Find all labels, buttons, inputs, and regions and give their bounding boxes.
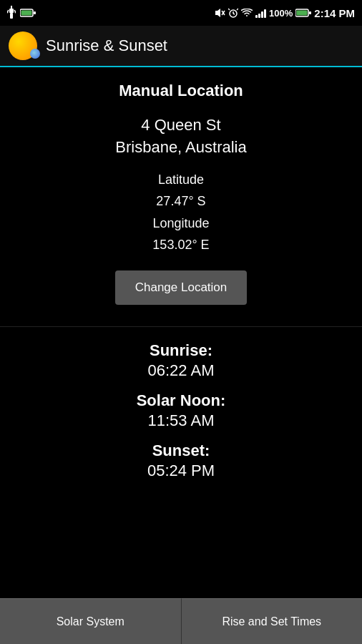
usb-icon <box>7 6 16 20</box>
battery-percent: 100% <box>269 8 293 19</box>
signal-bars <box>255 8 266 18</box>
alarm-icon <box>228 8 238 18</box>
solar-noon-label: Solar Noon: <box>137 391 226 410</box>
sunrise-value: 06:22 AM <box>148 361 215 380</box>
bottom-tabs: Solar System Rise and Set Times <box>0 598 362 644</box>
divider <box>0 326 362 327</box>
sunset-value: 05:24 PM <box>147 462 215 480</box>
main-content: Manual Location 4 Queen St Brisbane, Aus… <box>0 67 362 504</box>
lat-label: Latitude <box>158 172 204 187</box>
solar-noon-value: 11:53 AM <box>148 411 215 430</box>
svg-rect-8 <box>21 11 32 16</box>
rise-set-times-tab[interactable]: Rise and Set Times <box>182 598 363 644</box>
lat-value: 27.47° S <box>156 194 205 208</box>
svg-line-16 <box>228 9 230 10</box>
status-time: 2:14 PM <box>314 7 355 19</box>
location-address: 4 Queen St Brisbane, Australia <box>115 114 246 159</box>
solar-system-tab[interactable]: Solar System <box>0 598 182 644</box>
status-left-icons <box>7 6 36 20</box>
sun-times-section: Sunrise: 06:22 AM Solar Noon: 11:53 AM S… <box>0 341 362 490</box>
app-icon <box>9 31 37 60</box>
svg-line-17 <box>237 9 238 10</box>
svg-rect-1 <box>9 9 14 13</box>
section-title: Manual Location <box>119 82 243 100</box>
status-right-icons: 100% 2:14 PM <box>214 7 355 19</box>
mute-icon <box>214 8 225 18</box>
address-line1: 4 Queen St <box>141 116 220 134</box>
app-header: Sunrise & Sunset <box>0 26 362 67</box>
wifi-icon <box>241 9 253 17</box>
status-bar: 100% 2:14 PM <box>0 0 362 26</box>
svg-line-15 <box>233 14 235 14</box>
sunset-label: Sunset: <box>152 441 210 460</box>
svg-rect-19 <box>297 11 308 16</box>
svg-marker-10 <box>215 9 220 17</box>
change-location-button[interactable]: Change Location <box>115 270 248 305</box>
svg-rect-9 <box>34 11 36 14</box>
small-battery-icon <box>20 9 36 17</box>
svg-rect-20 <box>309 11 311 14</box>
svg-rect-0 <box>10 13 13 19</box>
app-header-title: Sunrise & Sunset <box>46 36 167 55</box>
lng-label: Longitude <box>152 216 209 230</box>
location-coordinates: Latitude 27.47° S Longitude 153.02° E <box>152 169 209 256</box>
sunrise-label: Sunrise: <box>150 341 212 360</box>
lng-value: 153.02° E <box>152 238 209 252</box>
address-line2: Brisbane, Australia <box>115 138 246 156</box>
battery-icon <box>295 9 311 17</box>
